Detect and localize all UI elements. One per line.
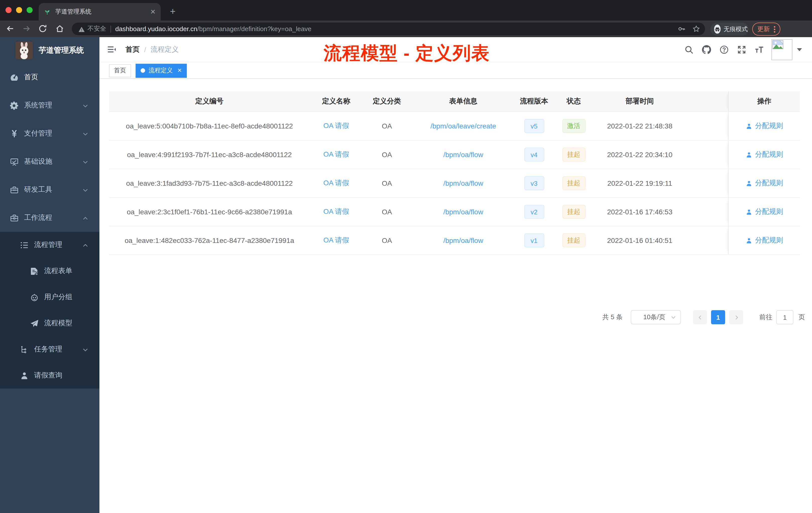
chevron-down-icon[interactable] xyxy=(797,48,802,51)
monitor-icon xyxy=(10,157,19,166)
cell-status: 挂起 xyxy=(553,198,594,226)
yen-icon xyxy=(10,129,19,138)
form-info-link[interactable]: /bpm/oa/flow xyxy=(443,236,483,244)
current-page-button[interactable]: 1 xyxy=(711,310,725,324)
assign-rule-label: 分配规则 xyxy=(755,179,783,188)
bookmark-star-icon[interactable] xyxy=(693,25,700,33)
sidebar-item-l1-3[interactable]: 基础设施 xyxy=(0,148,99,176)
sidebar-item-l2-0[interactable]: 流程管理 xyxy=(0,232,99,258)
sidebar-item-l1-2[interactable]: 支付管理 xyxy=(0,119,99,148)
navbar-actions xyxy=(676,37,802,62)
cell-definition-name: OA 请假 xyxy=(310,198,362,226)
form-info-link[interactable]: /bpm/oa/flow xyxy=(443,151,483,159)
definition-name-link[interactable]: OA 请假 xyxy=(323,121,349,130)
user-avatar[interactable] xyxy=(771,39,792,60)
cell-definition-id: oa_leave:2:3c1f0ef1-76b1-11ec-9c66-a2380… xyxy=(109,198,310,226)
definition-name-link[interactable]: OA 请假 xyxy=(323,207,349,216)
incognito-badge: 无痕模式 xyxy=(710,23,749,36)
chevron-right-icon xyxy=(733,314,739,320)
sidebar-item-l3-0[interactable]: 流程表单 xyxy=(0,258,99,284)
sidebar-item-l3-1[interactable]: 用户分组 xyxy=(0,284,99,310)
status-badge: 挂起 xyxy=(562,176,585,190)
cell-deploy-time: 2022-01-22 19:19:11 xyxy=(594,169,685,197)
cell-version: v4 xyxy=(515,141,553,169)
goto-page-input[interactable] xyxy=(776,310,793,324)
search-icon[interactable] xyxy=(685,45,694,54)
assign-rule-label: 分配规则 xyxy=(755,207,783,216)
forward-icon[interactable] xyxy=(22,24,31,33)
assign-rule-link[interactable]: 分配规则 xyxy=(746,236,783,245)
reload-icon[interactable] xyxy=(38,24,47,33)
assign-rule-link[interactable]: 分配规则 xyxy=(746,121,783,130)
definition-name-link[interactable]: OA 请假 xyxy=(323,236,349,245)
back-icon[interactable] xyxy=(5,24,14,33)
breadcrumb-separator: / xyxy=(144,46,146,54)
definition-name-link[interactable]: OA 请假 xyxy=(323,179,349,188)
sidebar-item-label: 工作流程 xyxy=(24,213,52,222)
sidebar-logo[interactable]: 芋道管理系统 xyxy=(0,37,99,63)
sidebar-item-l2-1[interactable]: 任务管理 xyxy=(0,336,99,362)
status-badge: 激活 xyxy=(562,119,585,133)
sidebar: 芋道管理系统 首页系统管理支付管理基础设施研发工具工作流程流程管理流程表单用户分… xyxy=(0,37,99,513)
user-icon xyxy=(20,371,29,380)
list-icon xyxy=(20,241,29,249)
screen: 芋道管理系统 ✕ + 不安全 dashboard.yudao.iocoder.c… xyxy=(0,0,812,513)
browser-menu-icon[interactable] xyxy=(774,26,775,32)
home-icon[interactable] xyxy=(55,24,64,33)
window-zoom-button[interactable] xyxy=(27,7,33,13)
plane-icon xyxy=(30,319,39,328)
sidebar-item-l1-1[interactable]: 系统管理 xyxy=(0,91,99,119)
prev-page-button[interactable] xyxy=(693,310,707,324)
cell-deploy-time: 2022-01-22 20:34:10 xyxy=(594,141,685,169)
window-minimize-button[interactable] xyxy=(16,7,22,13)
hamburger-icon[interactable] xyxy=(108,45,116,54)
annotation-overlay: 流程模型 - 定义列表 xyxy=(306,41,507,66)
browser-update-button[interactable]: 更新 xyxy=(752,23,780,36)
sidebar-item-l1-4[interactable]: 研发工具 xyxy=(0,176,99,204)
sidebar-submenu: 流程管理流程表单用户分组流程模型任务管理请假查询 xyxy=(0,232,99,389)
window-close-button[interactable] xyxy=(5,7,11,13)
next-page-button[interactable] xyxy=(729,310,743,324)
tag-home[interactable]: 首页 xyxy=(109,64,131,77)
cell-action: 分配规则 xyxy=(728,198,800,226)
tab-close-icon[interactable]: ✕ xyxy=(150,8,156,16)
table-body: oa_leave:5:004b710b-7b8a-11ec-8ef0-acde4… xyxy=(109,112,800,255)
cell-category: OA xyxy=(362,169,411,197)
tag-process-definition[interactable]: 流程定义 ✕ xyxy=(136,63,187,78)
sidebar-item-label: 支付管理 xyxy=(24,129,52,138)
table-row: oa_leave:2:3c1f0ef1-76b1-11ec-9c66-a2380… xyxy=(109,198,800,227)
address-bar[interactable]: 不安全 dashboard.yudao.iocoder.cn/bpm/manag… xyxy=(72,23,705,35)
sidebar-item-l1-5[interactable]: 工作流程 xyxy=(0,204,99,232)
font-size-icon[interactable] xyxy=(755,45,764,54)
sidebar-item-l1-0[interactable]: 首页 xyxy=(0,63,99,91)
form-info-link[interactable]: /bpm/oa/flow xyxy=(443,179,483,187)
assign-rule-link[interactable]: 分配规则 xyxy=(746,179,783,188)
chevron-down-icon xyxy=(82,346,88,352)
sidebar-item-l3-2[interactable]: 流程模型 xyxy=(0,310,99,336)
warning-icon[interactable] xyxy=(78,26,85,32)
browser-tab[interactable]: 芋道管理系统 ✕ xyxy=(39,3,161,21)
key-icon[interactable] xyxy=(678,25,686,33)
sidebar-item-l2-2[interactable]: 请假查询 xyxy=(0,362,99,389)
breadcrumb-current: 流程定义 xyxy=(151,45,179,54)
help-icon[interactable] xyxy=(720,45,729,54)
tag-label: 首页 xyxy=(114,66,126,75)
breadcrumb-home[interactable]: 首页 xyxy=(125,45,140,54)
definition-table: 定义编号 定义名称 定义分类 表单信息 流程版本 状态 部署时间 操作 oa_l… xyxy=(109,91,800,255)
select-chevron-icon xyxy=(670,314,676,320)
version-badge: v5 xyxy=(524,119,544,133)
page-size-select[interactable]: 10条/页 xyxy=(631,310,681,324)
github-icon[interactable] xyxy=(702,45,711,54)
tag-close-icon[interactable]: ✕ xyxy=(177,67,182,74)
definition-name-link[interactable]: OA 请假 xyxy=(323,150,349,159)
new-tab-button[interactable]: + xyxy=(166,4,180,19)
assign-rule-link[interactable]: 分配规则 xyxy=(746,150,783,159)
cell-definition-name: OA 请假 xyxy=(310,169,362,197)
form-info-link[interactable]: /bpm/oa/leave/create xyxy=(430,122,496,130)
form-info-link[interactable]: /bpm/oa/flow xyxy=(443,208,483,216)
cell-form-info: /bpm/oa/flow xyxy=(411,169,515,197)
table-row: oa_leave:5:004b710b-7b8a-11ec-8ef0-acde4… xyxy=(109,112,800,141)
assign-rule-link[interactable]: 分配规则 xyxy=(746,207,783,216)
fullscreen-icon[interactable] xyxy=(737,45,746,54)
goto-label: 前往 xyxy=(759,313,772,322)
